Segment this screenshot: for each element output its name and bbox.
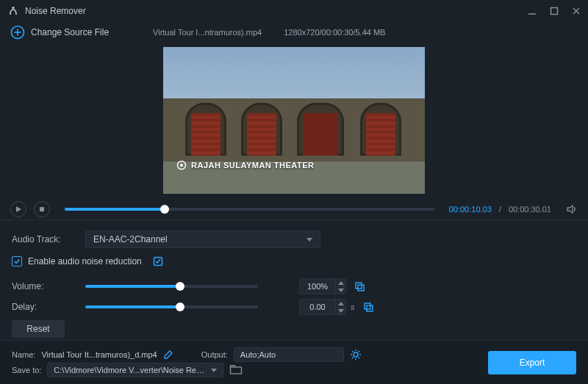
overlay-text: RAJAH SULAYMAN THEATER bbox=[191, 161, 314, 170]
output-format-value: Auto;Auto bbox=[240, 350, 276, 359]
maximize-icon[interactable] bbox=[550, 7, 559, 15]
volume-icon[interactable] bbox=[566, 203, 578, 215]
delay-value-input[interactable] bbox=[300, 300, 335, 314]
delay-slider[interactable] bbox=[85, 305, 258, 308]
change-source-label: Change Source File bbox=[31, 27, 109, 37]
chevron-down-icon bbox=[211, 369, 217, 372]
saveto-value: C:\Vidmore\Vidmore V...verter\Noise Remo… bbox=[54, 366, 208, 374]
enable-noise-reduction-checkbox[interactable] bbox=[12, 256, 22, 267]
play-button[interactable] bbox=[10, 201, 26, 217]
svg-rect-2 bbox=[551, 8, 558, 15]
source-row: Change Source File Virtual Tour I...ntra… bbox=[0, 22, 588, 43]
output-format-label: Output: bbox=[201, 350, 228, 359]
volume-slider[interactable] bbox=[85, 285, 258, 288]
open-folder-icon[interactable] bbox=[229, 365, 243, 375]
svg-marker-14 bbox=[338, 281, 344, 285]
svg-rect-20 bbox=[365, 303, 370, 309]
svg-rect-17 bbox=[358, 285, 364, 291]
output-name-label: Name: bbox=[12, 350, 35, 359]
svg-marker-18 bbox=[338, 302, 344, 305]
svg-line-29 bbox=[352, 357, 354, 358]
current-time: 00:00:10.03 bbox=[449, 205, 492, 214]
svg-marker-10 bbox=[16, 206, 21, 212]
timeline-slider[interactable] bbox=[65, 208, 434, 211]
enable-noise-reduction-label: Enable audio noise reduction bbox=[28, 256, 142, 267]
audio-track-label: Audio Track: bbox=[12, 234, 85, 244]
noise-reduction-settings-icon[interactable] bbox=[152, 256, 164, 267]
svg-marker-19 bbox=[338, 309, 344, 313]
location-pin-icon bbox=[176, 160, 187, 170]
source-info: 1280x720/00:00:30/5.44 MB bbox=[284, 28, 385, 37]
volume-step-down[interactable] bbox=[336, 286, 345, 294]
export-button[interactable]: Export bbox=[488, 351, 576, 374]
volume-label: Volume: bbox=[12, 281, 85, 291]
reset-label: Reset bbox=[26, 324, 49, 334]
audio-track-select[interactable]: EN-AAC-2Channel bbox=[85, 231, 320, 248]
volume-value-input[interactable] bbox=[300, 279, 335, 294]
svg-rect-31 bbox=[231, 367, 242, 374]
change-source-button[interactable]: Change Source File bbox=[10, 25, 109, 40]
svg-line-28 bbox=[358, 357, 359, 358]
play-icon bbox=[15, 206, 22, 213]
stop-button[interactable] bbox=[34, 201, 50, 217]
chevron-down-icon bbox=[306, 238, 312, 242]
output-format-select[interactable]: Auto;Auto bbox=[234, 347, 344, 362]
app-logo-icon bbox=[7, 5, 19, 17]
delay-spinner[interactable] bbox=[299, 299, 346, 315]
svg-point-9 bbox=[180, 164, 183, 167]
source-filename: Virtual Tour I...ntramuros).mp4 bbox=[153, 28, 262, 37]
preview-area: RAJAH SULAYMAN THEATER bbox=[0, 43, 588, 198]
volume-step-up[interactable] bbox=[336, 279, 345, 286]
duration: 00:00:30.01 bbox=[509, 205, 551, 214]
stop-icon bbox=[38, 206, 46, 213]
svg-marker-12 bbox=[567, 206, 573, 213]
transport-bar: 00:00:10.03/00:00:30.01 bbox=[0, 198, 588, 220]
volume-spinner[interactable] bbox=[299, 278, 346, 294]
bottom-bar: Name: Virtual Tour It...tramuros)_d.mp4 … bbox=[0, 340, 588, 384]
check-icon bbox=[14, 258, 20, 264]
svg-point-22 bbox=[354, 352, 358, 357]
titlebar: Noise Remover bbox=[0, 0, 588, 22]
delay-unit: s bbox=[351, 303, 355, 311]
audio-track-value: EN-AAC-2Channel bbox=[93, 234, 168, 244]
audio-panel: Audio Track: EN-AAC-2Channel Enable audi… bbox=[0, 220, 588, 344]
export-label: Export bbox=[520, 358, 545, 368]
edit-name-icon[interactable] bbox=[163, 349, 173, 360]
delay-copy-icon[interactable] bbox=[362, 301, 374, 313]
delay-label: Delay: bbox=[12, 302, 85, 312]
output-settings-icon[interactable] bbox=[350, 349, 362, 361]
app-title: Noise Remover bbox=[25, 6, 86, 16]
saveto-select[interactable]: C:\Vidmore\Vidmore V...verter\Noise Remo… bbox=[47, 363, 223, 377]
delay-step-down[interactable] bbox=[336, 307, 345, 314]
close-icon[interactable] bbox=[572, 7, 581, 15]
output-name-value: Virtual Tour It...tramuros)_d.mp4 bbox=[41, 350, 157, 359]
minimize-icon[interactable] bbox=[528, 7, 537, 15]
saveto-label: Save to: bbox=[12, 366, 41, 374]
video-preview[interactable]: RAJAH SULAYMAN THEATER bbox=[163, 47, 425, 194]
svg-rect-16 bbox=[356, 283, 362, 289]
delay-step-up[interactable] bbox=[336, 300, 345, 307]
svg-line-27 bbox=[352, 351, 354, 352]
reset-button[interactable]: Reset bbox=[12, 320, 65, 338]
svg-rect-11 bbox=[40, 207, 44, 211]
volume-copy-icon[interactable] bbox=[354, 280, 365, 292]
svg-line-30 bbox=[358, 351, 359, 352]
plus-circle-icon bbox=[10, 25, 25, 40]
svg-marker-15 bbox=[338, 289, 344, 292]
svg-point-0 bbox=[12, 7, 14, 9]
time-separator: / bbox=[499, 205, 501, 214]
svg-rect-21 bbox=[367, 305, 373, 311]
